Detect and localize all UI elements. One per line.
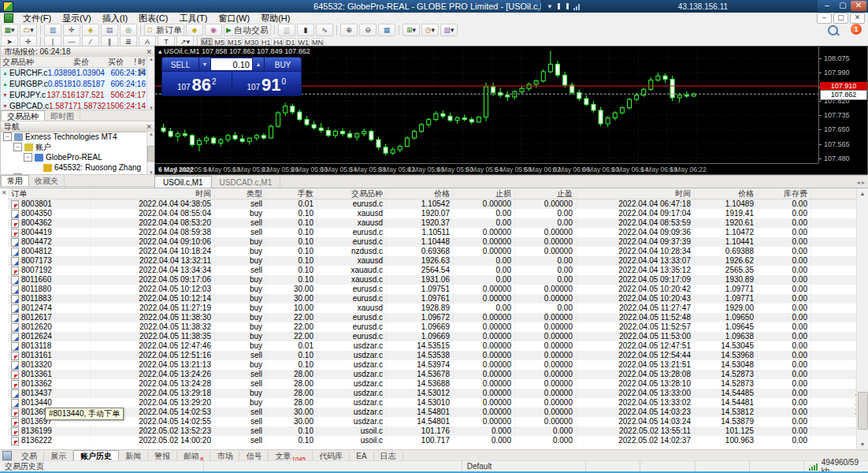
history-row[interactable]: 80134402022.04.05 13:29:20buy28.00usdzar… <box>8 398 857 408</box>
history-row[interactable]: 80133622022.04.05 13:24:28sell28.00usdza… <box>8 379 857 389</box>
history-row[interactable]: 81362222022.05.02 14:00:20sell0.10usoil.… <box>8 436 857 445</box>
scroll-up-arrow[interactable]: ▲ <box>857 188 868 199</box>
bar-chart-button[interactable]: 𝄛 <box>278 24 295 36</box>
notifications-badge[interactable]: 1 <box>851 24 862 35</box>
chevron-down-icon[interactable]: ▼ <box>547 3 553 10</box>
collapse-icon[interactable]: – <box>13 143 22 151</box>
column-header[interactable]: 交易品种 <box>317 188 387 199</box>
market-row-eurjpy.c[interactable]: ▼EURJPY.c137.516137.521506:24:17 <box>1 90 147 101</box>
mql-community-button[interactable]: ◉ <box>205 24 222 36</box>
title-bar[interactable]: 645532: GlobePro-REAL - GLOBE PRO Limite… <box>0 0 868 13</box>
nav-item[interactable]: –账户 <box>1 142 147 152</box>
history-row[interactable]: 80134372022.04.05 13:29:18buy28.00usdzar… <box>8 389 857 398</box>
navigator-tab-favorites[interactable]: 收藏夹 <box>29 176 65 186</box>
menu-item-t[interactable]: 工具(T) <box>173 13 213 23</box>
navigator-caption[interactable]: 导航 ✕ <box>1 121 155 132</box>
column-header[interactable]: 止损 <box>454 188 515 199</box>
history-row[interactable]: 80131182022.04.05 12:47:46buy0.01usdzar.… <box>8 341 857 351</box>
restore-button[interactable]: ▢ <box>835 1 851 11</box>
zoom-out-button[interactable]: ⊖ <box>359 24 377 36</box>
market-watch-caption[interactable]: 市场报价: 06:24:18 ✕ <box>1 47 155 58</box>
close-icon[interactable]: ✕ <box>146 123 152 131</box>
pause-icon[interactable] <box>558 3 569 9</box>
volume-down-button[interactable]: ▼ <box>199 58 210 71</box>
history-row[interactable]: 80043622022.04.04 08:53:20sell0.10xauusd… <box>8 218 857 228</box>
menu-item-i[interactable]: 插入(I) <box>97 13 133 23</box>
terminal-button[interactable]: ▤ <box>101 24 118 36</box>
chart-window[interactable]: ▴ USOil.c,M1 107.858 107.862 107.849 107… <box>154 46 868 175</box>
collapse-icon[interactable]: – <box>24 153 32 162</box>
data-window-button[interactable]: ✛ <box>63 24 80 36</box>
close-icon[interactable]: ✕ <box>146 48 152 56</box>
history-row[interactable]: 80044722022.04.04 09:10:06buy0.10eurusd.… <box>8 237 857 247</box>
volume-up-button[interactable]: ▲ <box>253 58 264 71</box>
history-row[interactable]: 80043502022.04.04 08:55:04buy0.10xauusd1… <box>8 209 857 218</box>
scroll-down-arrow[interactable]: ▼ <box>857 439 868 450</box>
history-row[interactable]: 80131612022.04.05 12:51:16sell0.10usdzar… <box>8 351 857 360</box>
minimize-button[interactable]: – <box>819 1 835 11</box>
history-row[interactable]: 80118832022.04.05 10:12:14buy30.00eurusd… <box>8 294 857 304</box>
time-axis[interactable]: 6 May 20226 May 05:146 May 05:186 May 05… <box>155 163 818 175</box>
child-close-button[interactable]: ✕ <box>850 13 865 24</box>
history-row[interactable]: 81361992022.05.02 13:52:23sell0.10usoil.… <box>8 426 857 436</box>
new-chart-button[interactable]: ▦▾ <box>1 24 18 36</box>
history-row[interactable]: 80126242022.04.05 11:38:35buy22.00eurusd… <box>8 332 857 341</box>
templates-button[interactable]: ▧▾ <box>440 24 458 36</box>
profiles-button[interactable]: 🗀▾ <box>20 24 37 36</box>
column-header[interactable]: 价格 <box>387 188 454 199</box>
candle-chart-button[interactable]: ▮ <box>297 24 314 36</box>
history-row[interactable]: 80136912022.04.05 14:02:53sell30.00usdza… <box>8 408 857 417</box>
child-restore-button[interactable]: ▢ <box>833 13 848 24</box>
menu-item-c[interactable]: 图表(C) <box>133 13 173 23</box>
column-header[interactable]: 订单 <box>8 188 91 199</box>
close-icon[interactable]: ✕ <box>2 189 7 196</box>
column-header[interactable]: 时间 <box>577 188 695 199</box>
history-row[interactable]: 80071922022.04.04 13:34:34sell0.10xauaud… <box>8 266 857 275</box>
history-row[interactable]: 80048122022.04.04 10:18:24buy0.10nzdusd.… <box>8 247 857 256</box>
price-axis[interactable]: 108.075107.990107.905107.820107.735107.6… <box>818 47 868 163</box>
sell-price[interactable]: 107 86 2 <box>162 72 232 95</box>
terminal-tab-account-history[interactable]: 账户历史 <box>73 450 119 461</box>
nav-item[interactable]: 645532: Ruosong Zhang <box>1 162 147 173</box>
column-header[interactable]: 类型 <box>215 188 266 199</box>
history-row[interactable]: 80133612022.04.05 13:24:26sell28.00usdza… <box>8 370 857 379</box>
market-watch-button[interactable]: ▥ <box>44 24 61 36</box>
indicators-button[interactable]: ⊞▾ <box>402 24 420 36</box>
sell-button[interactable]: SELL <box>161 57 199 72</box>
chart-plot-area[interactable]: ▴ USOil.c,M1 107.858 107.862 107.849 107… <box>155 47 818 163</box>
nav-item[interactable]: –Exness Technologies MT4 <box>1 132 147 142</box>
column-header[interactable]: 时间 <box>91 188 215 199</box>
navigator-button[interactable]: ◈ <box>82 24 99 36</box>
search-icon[interactable] <box>828 25 838 35</box>
chart-tab-usdcadc[interactable]: USDCAD.c,M1 <box>212 177 281 188</box>
volume-input[interactable] <box>211 58 252 70</box>
tile-windows-button[interactable]: ▦ <box>378 24 395 36</box>
market-watch-tab-symbols[interactable]: 交易品种 <box>1 110 45 121</box>
child-minimize-button[interactable]: – <box>817 13 832 24</box>
collapse-icon[interactable]: – <box>3 132 12 141</box>
history-row[interactable]: 80124742022.04.05 11:27:19buy10.00xauusd… <box>8 304 857 313</box>
close-button[interactable]: ✕ <box>851 1 866 11</box>
column-header[interactable]: 止盈 <box>515 188 577 199</box>
navigator-tab-common[interactable]: 常用 <box>1 175 29 186</box>
column-header[interactable]: 价格 <box>695 188 758 199</box>
zoom-in-button[interactable]: ⊕ <box>340 24 358 36</box>
column-header[interactable]: 获利 <box>811 188 857 199</box>
chart-tab-usoilc[interactable]: USOil.c,M1 <box>154 176 212 188</box>
history-row[interactable]: 80133202022.04.05 13:21:13buy0.10usdzar.… <box>8 360 857 370</box>
scroll-thumb[interactable] <box>858 392 868 430</box>
history-row[interactable]: 80116602022.04.05 09:17:06buy0.10xauusd.… <box>8 275 857 285</box>
history-row[interactable]: 80071732022.04.04 13:32:11buy0.10xauusd1… <box>8 256 857 266</box>
market-row-eurgbp.c[interactable]: ▲EURGBP.c0.851810.85187606:24:16 <box>1 79 147 90</box>
profile-selector[interactable]: Default <box>462 461 587 472</box>
history-row[interactable]: 80118802022.04.05 10:12:03buy30.00eurusd… <box>8 285 857 294</box>
column-header[interactable]: 库存费 <box>758 188 811 199</box>
menu-item-w[interactable]: 窗口(W) <box>213 13 255 23</box>
history-scrollbar[interactable]: ▲ ▼ <box>856 188 868 450</box>
history-row[interactable]: 80038012022.04.04 04:38:05sell0.01eurusd… <box>8 199 857 209</box>
column-header[interactable]: 手数 <box>266 188 317 199</box>
autotrading-button[interactable]: ▶自动交易 <box>224 24 271 36</box>
line-chart-button[interactable]: ∿ <box>316 24 333 36</box>
history-row[interactable]: 80126172022.04.05 11:38:30buy22.00eurusd… <box>8 313 857 322</box>
tab-scroll-arrows[interactable]: ◂ ▸ <box>857 179 865 186</box>
